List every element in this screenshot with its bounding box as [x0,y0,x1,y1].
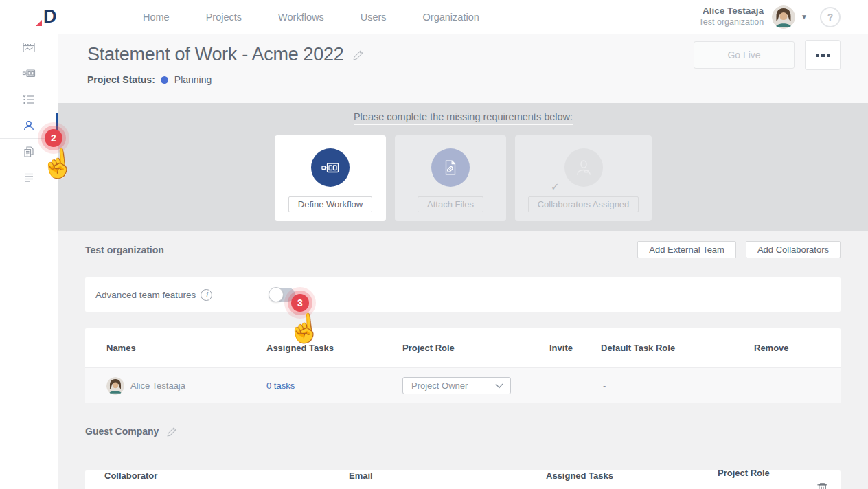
project-status-label: Project Status: [87,74,155,85]
sidebar-item-activity[interactable] [0,165,58,191]
go-live-button[interactable]: Go Live [694,41,795,69]
row-avatar [106,377,124,395]
sidebar-item-tasks[interactable] [0,87,58,113]
guest-company-table: Collaborator Email Assigned Tasks Projec… [85,470,841,489]
col-names: Names [106,343,266,353]
organization-section-title: Test organization [85,244,164,255]
chevron-down-icon [495,383,503,389]
add-external-team-button[interactable]: Add External Team [637,241,736,258]
more-options-button[interactable] [805,40,841,70]
page-title: Statement of Work - Acme 2022 [87,44,343,65]
requirements-heading: Please complete the missing requirements… [354,111,573,125]
col-default-task-role: Default Task Role [601,343,754,353]
page-header: Statement of Work - Acme 2022 Project St… [58,34,868,103]
col-collaborator: Collaborator [104,470,349,481]
collaborators-assigned-card: ✓ Collaborators Assigned [515,135,652,221]
task-list-icon [22,93,36,106]
avatar[interactable] [772,5,795,29]
person-icon [22,119,36,133]
app-root: D Home Projects Workflows Users Organiza… [0,0,868,489]
active-indicator [56,113,58,139]
person-icon [564,148,603,187]
nav-home[interactable]: Home [143,12,170,23]
collaborators-assigned-button: Collaborators Assigned [528,196,639,212]
topbar-right: Alice Testaaja Test organization ▼ ? [699,5,841,29]
col-project-role: Project Role [402,343,549,353]
nav-organization[interactable]: Organization [423,12,479,23]
list-icon [22,171,36,185]
logo-letter: D [43,6,56,27]
documents-icon [22,145,36,159]
collaborators-table: Names Assigned Tasks Project Role Invite… [85,328,841,403]
dashboard-icon [22,41,36,54]
main-content: Statement of Work - Acme 2022 Project St… [58,34,868,489]
attach-files-card: Attach Files [395,135,506,221]
chevron-down-icon[interactable]: ▼ [801,13,808,21]
help-label: ? [827,12,834,23]
nav-workflows[interactable]: Workflows [278,12,324,23]
collaborator-name: Alice Testaaja [130,380,185,391]
status-badge: Planning [174,74,212,85]
edit-guest-company-icon[interactable] [167,427,177,437]
app-logo[interactable]: D [34,5,66,29]
workflow-icon [311,148,350,187]
col-email: Email [349,470,546,481]
col-guest-project-role: Project Role [718,468,841,478]
file-link-icon [431,148,470,187]
table-header-row: Names Assigned Tasks Project Role Invite… [85,328,841,367]
dots-icon [816,54,819,57]
default-task-role-cell: - [601,380,754,391]
define-workflow-button[interactable]: Define Workflow [288,196,372,212]
requirements-banner: Please complete the missing requirements… [58,103,868,231]
col-assigned-tasks: Assigned Tasks [266,343,402,353]
team-section: Test organization Add External Team Add … [58,231,868,489]
user-menu[interactable]: Alice Testaaja Test organization [699,5,764,28]
logo-accent-icon [36,20,42,26]
define-workflow-card[interactable]: Define Workflow [275,135,386,221]
guest-table-header-row: Collaborator Email Assigned Tasks Projec… [104,470,841,481]
topbar: D Home Projects Workflows Users Organiza… [0,0,868,34]
nav-users[interactable]: Users [361,12,387,23]
assigned-tasks-link[interactable]: 0 tasks [266,380,402,391]
attach-files-button: Attach Files [418,196,483,212]
delete-team-icon[interactable] [816,481,828,489]
nav-projects[interactable]: Projects [206,12,242,23]
guest-company-title: Guest Company [85,426,159,437]
add-collaborators-button[interactable]: Add Collaborators [746,241,841,258]
edit-title-icon[interactable] [353,49,364,60]
sidebar-item-dashboard[interactable] [0,34,58,60]
status-dot [161,76,168,84]
col-invite: Invite [549,343,601,353]
sidebar-item-workflow[interactable] [0,60,58,87]
workflow-icon [22,67,36,80]
advanced-features-label: Advanced team features [95,290,196,300]
sidebar-item-documents[interactable] [0,139,58,165]
help-button[interactable]: ? [820,7,841,27]
col-guest-assigned-tasks: Assigned Tasks [546,470,718,481]
col-remove: Remove [754,343,841,353]
advanced-features-row: Advanced team features i [85,277,841,312]
sidebar [0,34,58,489]
sidebar-item-collaborators[interactable] [0,113,58,139]
main-nav: Home Projects Workflows Users Organizati… [143,12,479,23]
project-role-value: Project Owner [411,380,468,391]
table-row: Alice Testaaja 0 tasks Project Owner - [85,367,841,403]
user-name: Alice Testaaja [699,5,764,17]
project-role-select[interactable]: Project Owner [402,377,511,394]
toggle-knob [269,287,284,302]
user-organization: Test organization [699,17,764,28]
check-icon: ✓ [551,181,560,193]
info-icon[interactable]: i [201,289,212,301]
advanced-features-toggle[interactable] [269,288,295,302]
